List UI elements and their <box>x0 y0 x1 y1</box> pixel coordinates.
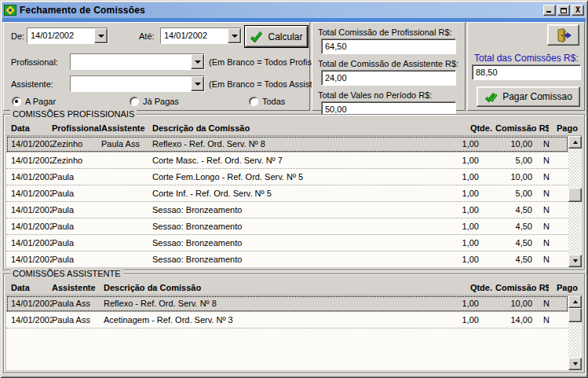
groupbox-comissoes-profissionais: COMISSÕES PROFISSIONAIS Data Profissiona… <box>3 114 585 270</box>
table-row[interactable]: 14/01/2002ZezinhoCorte Masc. - Ref. Ord.… <box>6 152 568 169</box>
triangle-up-icon <box>573 141 578 144</box>
actions-panel: Total das Comissões R$: Pagar Comissao <box>467 22 585 111</box>
exit-door-icon <box>556 28 572 42</box>
col-header-profissional[interactable]: Profissional <box>52 123 101 133</box>
col-header-pago[interactable]: Pago <box>549 123 582 133</box>
scrollbar-thumb[interactable] <box>568 308 582 322</box>
grid-cell: 1,00 <box>439 205 482 215</box>
radio-icon <box>249 97 258 106</box>
col-header-descricao[interactable]: Descrição da Comissão <box>152 123 452 133</box>
calcular-button[interactable]: Calcular <box>245 26 308 47</box>
scroll-down-button[interactable] <box>568 255 582 267</box>
table-row[interactable]: 14/01/2002ZezinhoPaula AssReflexo - Ref.… <box>6 136 568 152</box>
total-prof-field[interactable] <box>321 39 456 54</box>
maximize-button[interactable] <box>557 5 570 16</box>
assistente-label: Assistente: <box>11 79 53 89</box>
scroll-down-button[interactable] <box>568 358 582 370</box>
total-assist-field[interactable] <box>321 70 456 86</box>
col-header-assistente[interactable]: Assistente <box>101 123 152 133</box>
grid-cell: 14/01/2002 <box>11 315 52 325</box>
scroll-up-button[interactable] <box>568 136 582 149</box>
col-header-qtde[interactable]: Qtde. <box>452 123 495 133</box>
triangle-up-icon <box>573 300 578 303</box>
grid-cell: 14/01/2002 <box>11 222 52 231</box>
minimize-button[interactable] <box>543 5 556 16</box>
grid-cell: 1,00 <box>439 299 482 308</box>
assistente-combo[interactable] <box>70 75 205 92</box>
col-header-comissao[interactable]: Comissão R$ <box>495 123 549 133</box>
col-header-data[interactable]: Data <box>11 123 52 133</box>
exit-button[interactable] <box>547 24 579 46</box>
col-header-comissao[interactable]: Comissão R$ <box>495 283 549 292</box>
date-to-combo[interactable]: 14/01/2002 <box>160 28 242 44</box>
pagar-comissao-button[interactable]: Pagar Comissao <box>477 86 580 107</box>
grid-cell: Paula <box>52 222 101 231</box>
table-row[interactable]: 14/01/2002PaulaSessao: Bronzeamento1,004… <box>6 235 568 251</box>
profissional-dropdown-button[interactable] <box>191 54 204 69</box>
col-header-pago[interactable]: Pago <box>549 283 582 292</box>
date-from-combo[interactable]: 14/01/2002 <box>27 28 108 44</box>
grid-cell: 14/01/2002 <box>11 189 52 198</box>
grid-cell: Corte Inf. - Ref. Ord. Serv. Nº 5 <box>152 189 439 198</box>
grid-cell: Corte Masc. - Ref. Ord. Serv. Nº 7 <box>152 156 439 165</box>
minimize-icon <box>546 11 551 13</box>
chevron-down-icon <box>195 83 201 86</box>
date-to-dropdown-button[interactable] <box>228 28 241 43</box>
table-row[interactable]: 14/01/2002Paula AssReflexo - Ref. Ord. S… <box>6 295 568 312</box>
grid-cell: Corte Fem.Longo - Ref. Ord. Serv. Nº 5 <box>152 172 439 182</box>
col-header-qtde[interactable]: Qtde. <box>452 283 495 292</box>
grid-assist-scrollbar[interactable] <box>568 295 582 370</box>
grid-cell: 1,00 <box>439 189 482 198</box>
assistente-dropdown-button[interactable] <box>191 76 204 91</box>
grid-cell: Paula <box>52 205 101 215</box>
date-from-value: 14/01/2002 <box>27 28 94 43</box>
radio-todas[interactable]: Todas <box>249 97 285 106</box>
table-row[interactable]: 14/01/2002PaulaCorte Fem.Longo - Ref. Or… <box>6 169 568 185</box>
grid-cell: 4,50 <box>482 255 535 264</box>
chevron-down-icon <box>232 35 238 38</box>
total-prof-label: Total Comissão de Profissional R$: <box>318 28 452 37</box>
grid-cell: 14/01/2002 <box>11 255 52 264</box>
grid-cell: N <box>535 315 568 325</box>
grid-cell: 5,00 <box>482 156 535 165</box>
col-header-assistente[interactable]: Assistente <box>52 283 104 292</box>
grid-cell: N <box>535 189 568 198</box>
window-title: Fechamento de Comissões <box>20 5 540 16</box>
scroll-up-button[interactable] <box>568 295 582 308</box>
radio-a-pagar[interactable]: A Pagar <box>12 97 56 106</box>
col-header-descricao[interactable]: Descrição da Comissão <box>104 283 452 292</box>
table-row[interactable]: 14/01/2002PaulaSessao: Bronzeamento1,004… <box>6 251 568 267</box>
radio-ja-pagas[interactable]: Já Pagas <box>130 97 179 106</box>
grid-prof-header-row: Data Profissional Assistente Descrição d… <box>6 121 582 136</box>
table-row[interactable]: 14/01/2002Paula AssAcetinagem - Ref. Ord… <box>6 312 568 328</box>
grid-cell: Sessao: Bronzeamento <box>152 255 439 264</box>
close-button[interactable]: X <box>572 5 584 16</box>
grid-cell: N <box>535 222 568 231</box>
grid-cell: Paula <box>52 172 101 182</box>
col-header-data[interactable]: Data <box>11 283 52 292</box>
grid-cell: Paula Ass <box>52 315 104 325</box>
table-row[interactable]: 14/01/2002PaulaCorte Inf. - Ref. Ord. Se… <box>6 185 568 202</box>
table-row[interactable]: 14/01/2002PaulaSessao: Bronzeamento1,004… <box>6 218 568 235</box>
table-row[interactable]: 14/01/2002PaulaSessao: Bronzeamento1,004… <box>6 202 568 218</box>
grid-cell: Paula Ass <box>101 139 152 149</box>
chevron-down-icon <box>195 61 201 64</box>
double-check-icon <box>484 90 498 103</box>
grid-cell: Paula Ass <box>52 299 104 308</box>
radio-a-pagar-label: A Pagar <box>25 97 56 106</box>
grid-cell: 14/01/2002 <box>11 238 52 248</box>
grid-cell: 1,00 <box>439 315 482 325</box>
grid-cell: N <box>535 205 568 215</box>
grid-cell: 4,50 <box>482 205 535 215</box>
grid-cell: 14/01/2002 <box>11 156 52 165</box>
grid-cell: Paula <box>52 238 101 248</box>
profissional-combo[interactable] <box>70 53 205 70</box>
scrollbar-thumb[interactable] <box>568 188 582 202</box>
grid-cell: N <box>535 238 568 248</box>
radio-ja-pagas-label: Já Pagas <box>143 97 179 106</box>
grid-cell: 10,00 <box>482 172 535 182</box>
title-bar[interactable]: Fechamento de Comissões X <box>2 2 586 18</box>
total-geral-field[interactable] <box>472 64 581 80</box>
grid-prof-scrollbar[interactable] <box>568 136 582 267</box>
date-from-dropdown-button[interactable] <box>94 28 108 43</box>
